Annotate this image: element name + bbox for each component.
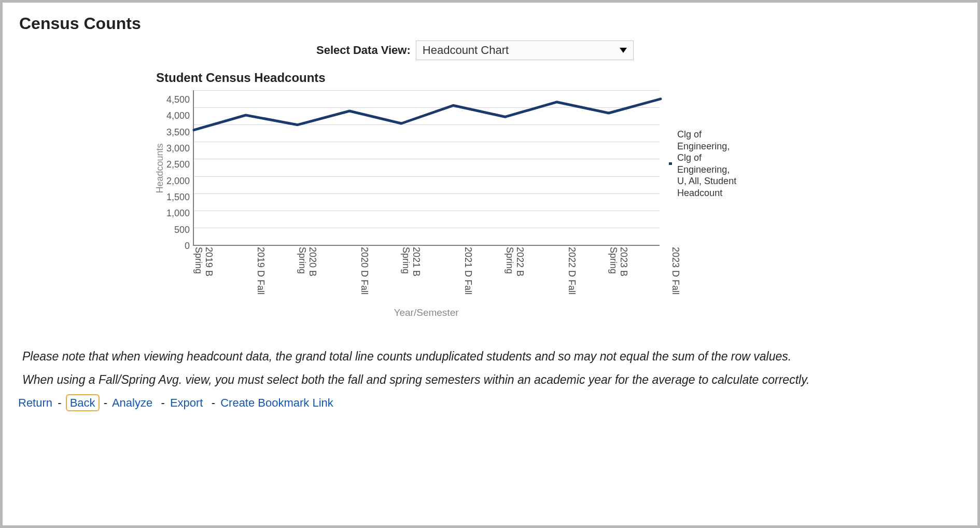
y-tick: 3,500 bbox=[166, 128, 190, 137]
export-link[interactable]: Export bbox=[170, 396, 203, 409]
y-tick: 2,000 bbox=[166, 176, 190, 186]
y-tick: 2,500 bbox=[166, 160, 190, 169]
plot-area bbox=[193, 90, 660, 246]
analyze-link[interactable]: Analyze bbox=[112, 396, 152, 409]
app-frame: Census Counts Select Data View: Headcoun… bbox=[0, 0, 980, 528]
separator: - bbox=[158, 396, 164, 409]
return-link[interactable]: Return bbox=[18, 396, 52, 409]
back-link[interactable]: Back bbox=[66, 394, 100, 411]
x-tick: 2019 B Spring bbox=[172, 247, 214, 304]
separator: - bbox=[208, 396, 215, 409]
data-view-value: Headcount Chart bbox=[423, 44, 509, 57]
page-title: Census Counts bbox=[19, 14, 962, 33]
chart-title: Student Census Headcounts bbox=[156, 71, 723, 85]
x-tick: 2023 B Spring bbox=[587, 247, 628, 304]
x-tick: 2021 B Spring bbox=[380, 247, 421, 304]
x-tick: 2022 D Fall bbox=[535, 247, 577, 304]
notes: Please note that when viewing headcount … bbox=[18, 350, 962, 387]
y-tick: 1,500 bbox=[166, 192, 190, 202]
data-view-label: Select Data View: bbox=[316, 44, 411, 57]
y-axis-ticks: 4,5004,0003,5003,0002,5002,0001,5001,000… bbox=[166, 90, 193, 246]
legend: Clg of Engineering, Clg of Engineering, … bbox=[669, 129, 740, 199]
chevron-down-icon bbox=[620, 48, 627, 53]
note-fall-spring-avg: When using a Fall/Spring Avg. view, you … bbox=[22, 373, 962, 387]
y-tick: 4,000 bbox=[166, 111, 190, 120]
data-view-dropdown[interactable]: Headcount Chart bbox=[416, 40, 634, 60]
x-tick: 2022 B Spring bbox=[483, 247, 525, 304]
data-view-selector-row: Select Data View: Headcount Chart bbox=[316, 40, 962, 60]
y-axis-title-wrap: Headcounts bbox=[153, 90, 166, 246]
x-tick: 2019 D Fall bbox=[224, 247, 265, 304]
action-bar: Return - Back - Analyze - Export - Creat… bbox=[18, 396, 962, 410]
y-tick: 1,000 bbox=[166, 209, 190, 218]
separator: - bbox=[58, 396, 61, 409]
x-tick: 2023 D Fall bbox=[639, 247, 680, 304]
x-tick: 2021 D Fall bbox=[431, 247, 473, 304]
y-tick: 3,000 bbox=[166, 144, 190, 153]
bookmark-link[interactable]: Create Bookmark Link bbox=[220, 396, 333, 409]
x-tick: 2020 D Fall bbox=[328, 247, 369, 304]
y-tick: 4,500 bbox=[166, 95, 190, 104]
x-tick: 2020 B Spring bbox=[276, 247, 317, 304]
y-tick: 500 bbox=[174, 225, 190, 234]
legend-swatch bbox=[669, 162, 672, 165]
legend-label: Clg of Engineering, Clg of Engineering, … bbox=[677, 129, 740, 199]
chart-row: Headcounts 4,5004,0003,5003,0002,5002,00… bbox=[153, 87, 723, 318]
x-axis-ticks: 2019 B Spring2019 D Fall2020 B Spring202… bbox=[193, 247, 660, 304]
note-unduplicated: Please note that when viewing headcount … bbox=[22, 350, 962, 364]
y-axis-title: Headcounts bbox=[155, 143, 165, 193]
line-series bbox=[194, 90, 661, 246]
x-axis-title: Year/Semester bbox=[193, 307, 660, 318]
plot-wrap: 2019 B Spring2019 D Fall2020 B Spring202… bbox=[193, 90, 660, 318]
separator: - bbox=[104, 396, 107, 409]
chart-block: Student Census Headcounts Headcounts 4,5… bbox=[153, 71, 723, 318]
